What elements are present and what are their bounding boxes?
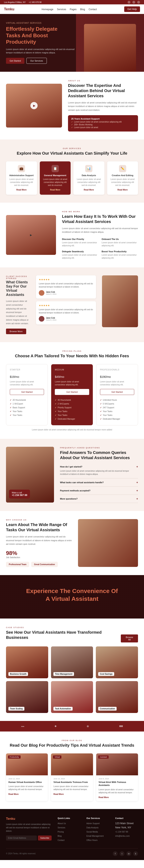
footer-service-4[interactable]: Email Management [87, 835, 103, 837]
wide-range-desc: Lorem ipsum dolor sit amet consectetur a… [6, 535, 72, 546]
service-icon-2: 📋 [52, 165, 59, 172]
how-step-desc-3: Lorem ipsum dolor sit amet consectetur a… [62, 253, 98, 259]
footer-link-about[interactable]: About Us [57, 823, 66, 825]
how-content: How We Work Learn How Easy It Is To Work… [62, 211, 138, 259]
blog-card-1: Productivity June 12, 2024 Human Virtual… [6, 753, 48, 801]
social-facebook[interactable]: f [113, 851, 118, 856]
social-twitter[interactable]: t [120, 851, 124, 856]
twitter-icon[interactable] [133, 1, 135, 4]
blog-link-1[interactable]: Read More [8, 793, 19, 795]
blog-body-2: June 10, 2024 Virtual Assistants Treinou… [51, 775, 93, 798]
testimonials-btn[interactable]: Browse More [6, 329, 26, 334]
footer-newsletter: Subscribe [6, 836, 52, 840]
case-studies-btn[interactable]: Browse All [121, 634, 138, 643]
footer-link-blog[interactable]: Blog [57, 835, 62, 837]
footer-service-1[interactable]: Admin Support [87, 823, 100, 825]
faq-item-3[interactable]: Payment methods accepted? + [60, 487, 138, 495]
footer-service-2[interactable]: Data Analysis [87, 827, 99, 829]
case-label-4: Team Scaling [8, 707, 24, 711]
nav-blog[interactable]: Blog [80, 8, 85, 11]
social-instagram[interactable]: in [126, 851, 131, 856]
case-studies-header: Case Studies See How Our Virtual Assista… [6, 626, 138, 643]
pricing-header: Pricing Plans Choose A Plan Tailored To … [6, 350, 138, 359]
author-date-2: June 8, 2024 [46, 319, 56, 321]
services-label: Our Services [6, 148, 138, 150]
service-link-3[interactable]: Read More [84, 189, 94, 191]
case-card-5: Task Automation [51, 681, 93, 713]
footer-logo[interactable]: Tenku [6, 817, 52, 820]
pricing-note: Lorem ipsum dolor sit amet consectetur a… [6, 429, 138, 431]
hero-buttons: Get Started Our Services [6, 58, 78, 64]
how-step-title-2: Onboard The Us [102, 238, 138, 240]
faq-item-4[interactable]: More questions? + [60, 495, 138, 503]
service-title-2: General Management [43, 174, 68, 177]
wide-range-image [78, 519, 138, 567]
blog-tag-2: Virtual [53, 755, 61, 758]
faq-question-2: What tasks can virtual assistants handle… [60, 481, 138, 484]
blog-link-2[interactable]: Read More [53, 793, 64, 795]
play-button[interactable]: ▶ [30, 102, 38, 109]
about-label: About Us [68, 80, 138, 82]
plan-btn-pro[interactable]: Get Started [100, 389, 134, 395]
wide-range-section: Why Choose Us Learn About The Wide Range… [0, 511, 144, 575]
feature-starter-2: 1 VA Expert [10, 402, 44, 406]
how-step-title-1: Discover Our Priority [62, 238, 98, 240]
feature-pro-4: Your Tasks [100, 409, 134, 413]
plan-btn-starter[interactable]: Get Started [10, 389, 44, 395]
testimonial-text-2: Lorem ipsum dolor sit amet consectetur a… [39, 308, 93, 314]
footer-phone[interactable]: +1 234 567 89 [115, 831, 128, 833]
service-link-2[interactable]: Read More [50, 189, 60, 191]
footer-link-contact[interactable]: Contact [57, 839, 65, 841]
instagram-icon[interactable] [137, 1, 140, 4]
nav-services[interactable]: Services [57, 8, 66, 11]
blog-excerpt-2: Lorem ipsum dolor sit amet consectetur a… [53, 785, 90, 791]
case-studies-label: Case Studies [6, 626, 121, 628]
avatar-2 [39, 316, 44, 321]
author-date-1: June 8, 2024 [46, 293, 56, 295]
hero-secondary-button[interactable]: Our Services [26, 58, 47, 64]
service-desc-4: Lorem ipsum dolor sit amet consectetur a… [110, 178, 136, 187]
testimonials-cards: ★★★★★ Lorem ipsum dolor sit amet consect… [36, 275, 96, 324]
how-description: Lorem ipsum dolor sit amet consectetur a… [62, 226, 138, 234]
top-bar-contact: Los Angeles 8 Miles, NY +1 345 678 98 [4, 1, 42, 3]
how-play-button[interactable]: ▶ [30, 234, 32, 237]
faq-content: Frequently Asked Questions Find Answers … [60, 447, 138, 503]
feature-medium-4: Your Tasks [55, 409, 89, 413]
pricing-card-medium: Medium $49/mo Lorem ipsum dolor sit amet… [51, 364, 93, 426]
footer-service-3[interactable]: Social Media [87, 831, 98, 833]
footer-email[interactable]: info@tenku.com [115, 835, 129, 837]
nav-pages[interactable]: Pages [70, 8, 77, 11]
logo[interactable]: Tenku [4, 7, 15, 11]
nav-cta-button[interactable]: Get Help [124, 6, 140, 12]
testimonials-title: What Clients Say For Our Virtual Assista… [6, 280, 30, 297]
footer-link-pricing[interactable]: Pricing [57, 831, 64, 833]
pricing-card-pro: Professionals $190/mo Lorem ipsum dolor … [96, 364, 138, 426]
footer-col-contact: Contact 123 Main Street New York, NY +1 … [115, 817, 138, 843]
social-linkedin[interactable]: li [133, 851, 138, 856]
plan-features-starter: 20 Hours/week 1 VA Expert Basic Support … [10, 398, 44, 417]
nav-homepage[interactable]: Homepage [42, 8, 53, 11]
footer: Tenku Lorem ipsum dolor sit amet consect… [0, 809, 144, 860]
nav-contact[interactable]: Contact [89, 8, 97, 11]
newsletter-input[interactable] [6, 836, 37, 840]
partner-logo-1: ∞∞ [21, 725, 24, 727]
newsletter-btn[interactable]: Subscribe [38, 836, 52, 840]
faq-item-1[interactable]: How do I get started? + Lorem ipsum dolo… [60, 463, 138, 478]
how-title: Learn How Easy It Is To Work With Our Vi… [62, 214, 138, 224]
blog-meta-3: June 8, 2024 [99, 778, 136, 780]
testimonial-card-2: ★★★★★ Lorem ipsum dolor sit amet consect… [36, 301, 96, 324]
footer-link-services[interactable]: Services [57, 827, 65, 829]
services-grid: 💼 Administrative Support Lorem ipsum dol… [6, 161, 138, 195]
facebook-icon[interactable] [127, 1, 130, 4]
feature-pro-6: Dedicated Manager [100, 417, 134, 421]
hero-primary-button[interactable]: Get Started [6, 58, 24, 64]
faq-item-2[interactable]: What tasks can virtual assistants handle… [60, 478, 138, 487]
service-card-4: ✏️ Creative And Editing Lorem ipsum dolo… [107, 161, 138, 195]
service-link-1[interactable]: Read More [17, 189, 27, 191]
about-stats-title: 25 Years Assistant Support [71, 118, 135, 120]
service-link-4[interactable]: Read More [117, 189, 127, 191]
plan-btn-medium[interactable]: Get Started [55, 389, 89, 395]
blog-link-3[interactable]: Read More [99, 796, 109, 799]
footer-service-5[interactable]: Office Hours [87, 839, 97, 841]
service-card-3: 📊 Data Analysis Lorem ipsum dolor sit am… [73, 161, 104, 195]
